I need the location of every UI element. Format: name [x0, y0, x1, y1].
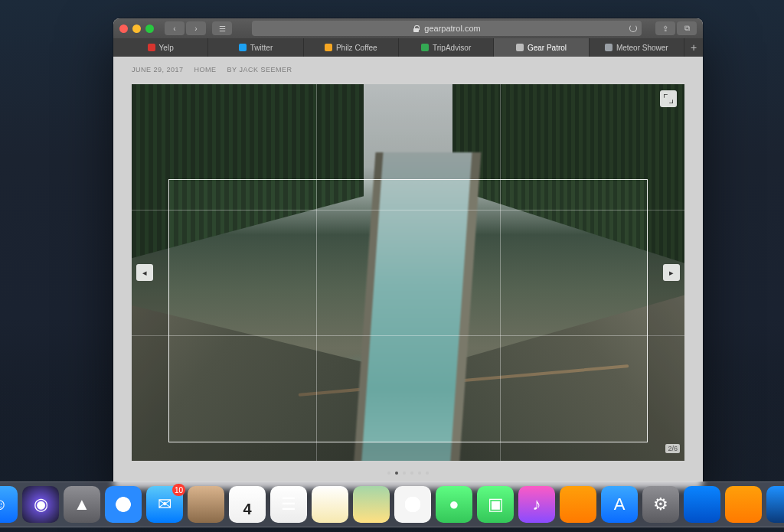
dock-app-photos[interactable]: ✿: [394, 486, 431, 523]
mail-icon: ✉: [158, 494, 172, 514]
tab-bar: YelpTwitterPhilz CoffeeTripAdvisorGear P…: [113, 38, 703, 57]
itunes-icon: ♪: [533, 494, 541, 514]
dock-app-finder[interactable]: ☺: [0, 486, 18, 523]
article-date: JUNE 29, 2017: [132, 66, 184, 73]
carousel-dot[interactable]: [410, 472, 413, 475]
favicon-icon: [421, 44, 429, 51]
dock-app-preferences[interactable]: ⚙: [642, 486, 679, 523]
forward-button[interactable]: ›: [186, 21, 206, 35]
facetime-icon: ▣: [488, 494, 504, 514]
article-byline: By JACK SEEMER: [227, 66, 292, 73]
photos-icon: ✿: [406, 494, 420, 514]
dock-app-facetime[interactable]: ▣: [477, 486, 514, 523]
page-content: JUNE 29, 2017 HOME By JACK SEEMER ◂ ▸ 2/…: [113, 57, 703, 488]
tab-label: TripAdvisor: [433, 44, 471, 52]
preferences-icon: ⚙: [653, 494, 668, 514]
favicon-icon: [605, 44, 612, 51]
tab-label: Yelp: [159, 44, 174, 52]
favicon-icon: [325, 44, 332, 51]
back-button[interactable]: ‹: [165, 21, 185, 35]
messages-icon: ●: [449, 494, 459, 514]
url-text: gearpatrol.com: [424, 24, 480, 33]
tab-label: Philz Coffee: [336, 44, 377, 52]
tab-philz-coffee[interactable]: Philz Coffee: [304, 38, 399, 57]
tabs-button[interactable]: ⧉: [677, 21, 697, 35]
close-button[interactable]: [119, 24, 128, 33]
maximize-button[interactable]: [145, 24, 154, 33]
nav-buttons: ‹ ›: [165, 21, 206, 35]
favicon-icon: [516, 44, 524, 51]
hero-image: [132, 84, 684, 461]
address-bar[interactable]: gearpatrol.com: [252, 21, 642, 36]
article-category: HOME: [194, 66, 217, 73]
article-meta: JUNE 29, 2017 HOME By JACK SEEMER: [113, 57, 703, 73]
window-controls: [119, 24, 154, 33]
tab-twitter[interactable]: Twitter: [208, 38, 303, 57]
tab-label: Twitter: [250, 44, 273, 52]
grid-line: [132, 210, 684, 211]
grid-line: [316, 84, 317, 461]
siri-icon: ◉: [34, 494, 48, 514]
grid-line: [132, 335, 684, 336]
launchpad-icon: ▲: [74, 494, 90, 514]
tab-label: Meteor Shower: [616, 44, 668, 52]
tab-yelp[interactable]: Yelp: [113, 38, 208, 57]
lock-icon: [413, 25, 420, 32]
tab-meteor-shower[interactable]: Meteor Shower: [590, 38, 684, 57]
dock-app-ibooks[interactable]: [560, 486, 596, 523]
minimize-button[interactable]: [132, 24, 141, 33]
next-button[interactable]: ▸: [663, 264, 680, 281]
carousel-dot[interactable]: [418, 472, 421, 475]
dock-app-messages[interactable]: ●: [436, 486, 472, 523]
badge: 10: [172, 484, 185, 496]
dock-app-keynote[interactable]: [684, 486, 720, 523]
dock-app-notes[interactable]: [312, 486, 348, 523]
safari-window: ‹ › ☰ gearpatrol.com ⇪ ⧉ YelpTwitterPhil…: [113, 18, 703, 488]
reminders-icon: ☰: [281, 494, 296, 514]
dock-app-contacts[interactable]: [188, 486, 224, 523]
dock-app-calendar[interactable]: 4: [229, 486, 266, 523]
new-tab-button[interactable]: +: [684, 38, 703, 57]
tab-gear-patrol[interactable]: Gear Patrol: [494, 38, 589, 57]
favicon-icon: [239, 44, 247, 51]
carousel-dot[interactable]: [395, 472, 398, 475]
fullscreen-button[interactable]: [660, 90, 677, 107]
sidebar-button[interactable]: ☰: [212, 21, 232, 35]
tab-label: Gear Patrol: [528, 44, 567, 52]
favicon-icon: [148, 44, 155, 51]
dock: ☺◉▲✉104☰✿●▣♪A⚙: [0, 481, 784, 527]
dock-app-xcode[interactable]: [766, 486, 784, 523]
carousel-dots: [113, 472, 703, 475]
window-titlebar: ‹ › ☰ gearpatrol.com ⇪ ⧉: [113, 18, 703, 38]
dock-app-mail[interactable]: ✉10: [146, 486, 183, 523]
appstore-icon: A: [614, 494, 626, 514]
dock-app-pages[interactable]: [725, 486, 762, 523]
carousel-dot[interactable]: [426, 472, 429, 475]
carousel-dot[interactable]: [387, 472, 390, 475]
dock-app-launchpad[interactable]: ▲: [64, 486, 100, 523]
carousel-dot[interactable]: [403, 472, 406, 475]
finder-icon: ☺: [0, 494, 8, 514]
dock-app-maps[interactable]: [353, 486, 390, 523]
calendar-day: 4: [243, 501, 251, 518]
share-button[interactable]: ⇪: [655, 21, 675, 35]
dock-app-safari[interactable]: [105, 486, 142, 523]
slide-counter: 2/6: [665, 444, 680, 453]
expand-icon: [664, 94, 673, 103]
prev-button[interactable]: ◂: [136, 264, 153, 281]
dock-app-appstore[interactable]: A: [601, 486, 638, 523]
dock-app-reminders[interactable]: ☰: [270, 486, 307, 523]
dock-app-itunes[interactable]: ♪: [518, 486, 555, 523]
dock-app-siri[interactable]: ◉: [22, 486, 59, 523]
reload-icon[interactable]: [629, 24, 637, 32]
tab-tripadvisor[interactable]: TripAdvisor: [399, 38, 494, 57]
grid-line: [500, 84, 501, 461]
